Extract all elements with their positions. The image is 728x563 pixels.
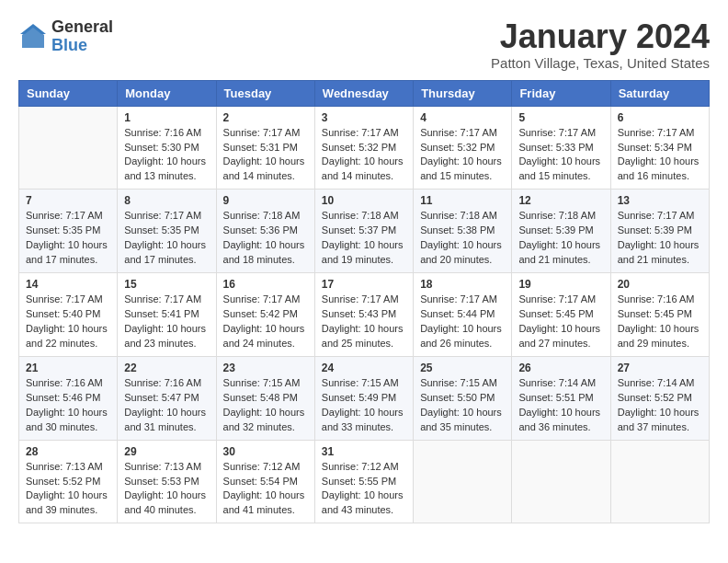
- day-number: 28: [26, 445, 110, 458]
- day-number: 27: [618, 362, 702, 374]
- day-number: 21: [26, 362, 110, 374]
- day-number: 26: [518, 362, 603, 374]
- weekday-header-monday: Monday: [118, 80, 216, 106]
- week-row-2: 7Sunrise: 7:17 AMSunset: 5:35 PMDaylight…: [19, 190, 710, 273]
- calendar-cell: 5Sunrise: 7:17 AMSunset: 5:33 PMDaylight…: [512, 106, 610, 190]
- weekday-header-sunday: Sunday: [19, 80, 118, 106]
- calendar-cell: 28Sunrise: 7:13 AMSunset: 5:52 PMDayligh…: [19, 440, 118, 523]
- day-number: 30: [223, 445, 308, 458]
- day-number: 15: [124, 278, 209, 291]
- weekday-header-tuesday: Tuesday: [216, 80, 314, 106]
- calendar-table: SundayMondayTuesdayWednesdayThursdayFrid…: [18, 80, 710, 524]
- day-number: 16: [223, 278, 308, 291]
- day-info: Sunrise: 7:15 AMSunset: 5:49 PMDaylight:…: [322, 376, 406, 435]
- calendar-cell: 15Sunrise: 7:17 AMSunset: 5:41 PMDayligh…: [118, 273, 216, 357]
- day-info: Sunrise: 7:13 AMSunset: 5:52 PMDaylight:…: [26, 460, 110, 519]
- day-info: Sunrise: 7:15 AMSunset: 5:48 PMDaylight:…: [223, 376, 308, 435]
- day-number: 13: [618, 194, 702, 207]
- calendar-cell: 3Sunrise: 7:17 AMSunset: 5:32 PMDaylight…: [314, 106, 413, 190]
- day-number: 5: [518, 111, 603, 124]
- day-info: Sunrise: 7:17 AMSunset: 5:32 PMDaylight:…: [420, 126, 505, 185]
- day-info: Sunrise: 7:17 AMSunset: 5:40 PMDaylight:…: [26, 293, 110, 351]
- calendar-cell: 12Sunrise: 7:18 AMSunset: 5:39 PMDayligh…: [512, 190, 610, 273]
- logo-text: General Blue: [51, 18, 113, 55]
- day-info: Sunrise: 7:16 AMSunset: 5:47 PMDaylight:…: [124, 376, 209, 435]
- day-info: Sunrise: 7:17 AMSunset: 5:35 PMDaylight:…: [124, 209, 209, 268]
- calendar-cell: 26Sunrise: 7:14 AMSunset: 5:51 PMDayligh…: [512, 356, 610, 440]
- day-number: 17: [322, 278, 406, 291]
- weekday-header-row: SundayMondayTuesdayWednesdayThursdayFrid…: [19, 80, 710, 106]
- calendar-cell: 27Sunrise: 7:14 AMSunset: 5:52 PMDayligh…: [610, 356, 709, 440]
- day-info: Sunrise: 7:18 AMSunset: 5:39 PMDaylight:…: [518, 209, 603, 268]
- day-info: Sunrise: 7:15 AMSunset: 5:50 PMDaylight:…: [420, 376, 505, 435]
- calendar-cell: 9Sunrise: 7:18 AMSunset: 5:36 PMDaylight…: [216, 190, 314, 273]
- day-number: 2: [223, 111, 308, 124]
- day-info: Sunrise: 7:13 AMSunset: 5:53 PMDaylight:…: [124, 460, 209, 519]
- weekday-header-wednesday: Wednesday: [314, 80, 413, 106]
- day-number: 23: [223, 362, 308, 374]
- day-info: Sunrise: 7:17 AMSunset: 5:31 PMDaylight:…: [223, 126, 308, 185]
- calendar-cell: [610, 440, 709, 523]
- day-info: Sunrise: 7:17 AMSunset: 5:41 PMDaylight:…: [124, 293, 209, 351]
- day-info: Sunrise: 7:16 AMSunset: 5:30 PMDaylight:…: [124, 126, 209, 185]
- calendar-cell: 30Sunrise: 7:12 AMSunset: 5:54 PMDayligh…: [216, 440, 314, 523]
- month-title: January 2024: [491, 18, 710, 55]
- day-number: 8: [124, 194, 209, 207]
- calendar-cell: 4Sunrise: 7:17 AMSunset: 5:32 PMDaylight…: [414, 106, 512, 190]
- logo-blue: Blue: [51, 36, 87, 54]
- day-number: 12: [518, 194, 603, 207]
- svg-marker-0: [22, 26, 44, 48]
- day-number: 20: [618, 278, 702, 291]
- day-info: Sunrise: 7:17 AMSunset: 5:32 PMDaylight:…: [322, 126, 406, 185]
- day-info: Sunrise: 7:17 AMSunset: 5:42 PMDaylight:…: [223, 293, 308, 351]
- day-info: Sunrise: 7:16 AMSunset: 5:46 PMDaylight:…: [26, 376, 110, 435]
- page-header: General Blue January 2024 Patton Village…: [18, 18, 710, 71]
- calendar-cell: [19, 106, 118, 190]
- logo: General Blue: [18, 18, 113, 55]
- calendar-cell: 16Sunrise: 7:17 AMSunset: 5:42 PMDayligh…: [216, 273, 314, 357]
- calendar-cell: 18Sunrise: 7:17 AMSunset: 5:44 PMDayligh…: [414, 273, 512, 357]
- day-info: Sunrise: 7:14 AMSunset: 5:52 PMDaylight:…: [618, 376, 702, 435]
- calendar-cell: 10Sunrise: 7:18 AMSunset: 5:37 PMDayligh…: [314, 190, 413, 273]
- calendar-cell: 23Sunrise: 7:15 AMSunset: 5:48 PMDayligh…: [216, 356, 314, 440]
- day-info: Sunrise: 7:17 AMSunset: 5:44 PMDaylight:…: [420, 293, 505, 351]
- day-info: Sunrise: 7:18 AMSunset: 5:36 PMDaylight:…: [223, 209, 308, 268]
- calendar-cell: 1Sunrise: 7:16 AMSunset: 5:30 PMDaylight…: [118, 106, 216, 190]
- calendar-cell: 19Sunrise: 7:17 AMSunset: 5:45 PMDayligh…: [512, 273, 610, 357]
- week-row-1: 1Sunrise: 7:16 AMSunset: 5:30 PMDaylight…: [19, 106, 710, 190]
- calendar-cell: 20Sunrise: 7:16 AMSunset: 5:45 PMDayligh…: [610, 273, 709, 357]
- week-row-3: 14Sunrise: 7:17 AMSunset: 5:40 PMDayligh…: [19, 273, 710, 357]
- calendar-cell: [512, 440, 610, 523]
- day-info: Sunrise: 7:14 AMSunset: 5:51 PMDaylight:…: [518, 376, 603, 435]
- day-info: Sunrise: 7:17 AMSunset: 5:43 PMDaylight:…: [322, 293, 406, 351]
- day-number: 19: [518, 278, 603, 291]
- logo-icon: [18, 22, 48, 52]
- calendar-cell: 14Sunrise: 7:17 AMSunset: 5:40 PMDayligh…: [19, 273, 118, 357]
- calendar-cell: 2Sunrise: 7:17 AMSunset: 5:31 PMDaylight…: [216, 106, 314, 190]
- calendar-cell: 11Sunrise: 7:18 AMSunset: 5:38 PMDayligh…: [414, 190, 512, 273]
- day-info: Sunrise: 7:17 AMSunset: 5:45 PMDaylight:…: [518, 293, 603, 351]
- day-info: Sunrise: 7:16 AMSunset: 5:45 PMDaylight:…: [618, 293, 702, 351]
- day-number: 1: [124, 111, 209, 124]
- day-info: Sunrise: 7:17 AMSunset: 5:39 PMDaylight:…: [618, 209, 702, 268]
- day-info: Sunrise: 7:18 AMSunset: 5:37 PMDaylight:…: [322, 209, 406, 268]
- day-number: 14: [26, 278, 110, 291]
- calendar-cell: 29Sunrise: 7:13 AMSunset: 5:53 PMDayligh…: [118, 440, 216, 523]
- day-number: 31: [322, 445, 406, 458]
- calendar-cell: 8Sunrise: 7:17 AMSunset: 5:35 PMDaylight…: [118, 190, 216, 273]
- calendar-cell: 17Sunrise: 7:17 AMSunset: 5:43 PMDayligh…: [314, 273, 413, 357]
- day-number: 29: [124, 445, 209, 458]
- day-number: 7: [26, 194, 110, 207]
- calendar-cell: 13Sunrise: 7:17 AMSunset: 5:39 PMDayligh…: [610, 190, 709, 273]
- week-row-4: 21Sunrise: 7:16 AMSunset: 5:46 PMDayligh…: [19, 356, 710, 440]
- day-number: 6: [618, 111, 702, 124]
- day-number: 25: [420, 362, 505, 374]
- day-number: 18: [420, 278, 505, 291]
- day-info: Sunrise: 7:18 AMSunset: 5:38 PMDaylight:…: [420, 209, 505, 268]
- day-number: 10: [322, 194, 406, 207]
- day-number: 9: [223, 194, 308, 207]
- weekday-header-thursday: Thursday: [414, 80, 512, 106]
- calendar-cell: [414, 440, 512, 523]
- calendar-cell: 25Sunrise: 7:15 AMSunset: 5:50 PMDayligh…: [414, 356, 512, 440]
- day-info: Sunrise: 7:17 AMSunset: 5:35 PMDaylight:…: [26, 209, 110, 268]
